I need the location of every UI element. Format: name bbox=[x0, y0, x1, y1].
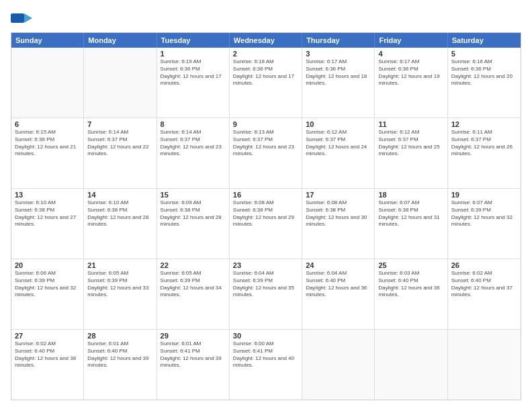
page: SundayMondayTuesdayWednesdayThursdayFrid… bbox=[0, 0, 532, 411]
svg-rect-0 bbox=[11, 13, 24, 23]
day-cell-13: 13Sunrise: 6:10 AM Sunset: 6:38 PM Dayli… bbox=[11, 189, 84, 259]
empty-cell bbox=[11, 48, 84, 118]
day-cell-9: 9Sunrise: 6:13 AM Sunset: 6:37 PM Daylig… bbox=[230, 118, 302, 188]
day-info: Sunrise: 6:08 AM Sunset: 6:38 PM Dayligh… bbox=[306, 199, 371, 228]
day-cell-18: 18Sunrise: 6:07 AM Sunset: 6:38 PM Dayli… bbox=[375, 189, 447, 259]
day-cell-21: 21Sunrise: 6:05 AM Sunset: 6:39 PM Dayli… bbox=[84, 259, 157, 329]
calendar-week-4: 20Sunrise: 6:06 AM Sunset: 6:39 PM Dayli… bbox=[11, 259, 521, 330]
day-number: 22 bbox=[161, 261, 226, 269]
day-cell-27: 27Sunrise: 6:02 AM Sunset: 6:40 PM Dayli… bbox=[11, 330, 84, 400]
day-number: 28 bbox=[87, 332, 152, 340]
day-cell-1: 1Sunrise: 6:19 AM Sunset: 6:36 PM Daylig… bbox=[157, 48, 230, 118]
day-info: Sunrise: 6:17 AM Sunset: 6:36 PM Dayligh… bbox=[306, 58, 371, 87]
day-header-wednesday: Wednesday bbox=[230, 33, 302, 48]
day-number: 17 bbox=[306, 191, 371, 199]
logo-icon bbox=[11, 11, 32, 26]
day-number: 23 bbox=[233, 261, 298, 269]
day-number: 6 bbox=[15, 120, 80, 128]
day-number: 13 bbox=[15, 191, 80, 199]
calendar-week-2: 6Sunrise: 6:15 AM Sunset: 6:36 PM Daylig… bbox=[11, 118, 521, 189]
calendar-header: SundayMondayTuesdayWednesdayThursdayFrid… bbox=[11, 33, 521, 48]
day-info: Sunrise: 6:14 AM Sunset: 6:37 PM Dayligh… bbox=[87, 129, 152, 158]
day-number: 29 bbox=[161, 332, 226, 340]
day-header-sunday: Sunday bbox=[11, 33, 84, 48]
day-number: 15 bbox=[161, 191, 226, 199]
day-info: Sunrise: 6:04 AM Sunset: 6:40 PM Dayligh… bbox=[306, 270, 371, 299]
day-cell-6: 6Sunrise: 6:15 AM Sunset: 6:36 PM Daylig… bbox=[11, 118, 84, 188]
day-info: Sunrise: 6:00 AM Sunset: 6:41 PM Dayligh… bbox=[233, 340, 298, 369]
day-info: Sunrise: 6:04 AM Sunset: 6:39 PM Dayligh… bbox=[233, 270, 298, 299]
day-header-monday: Monday bbox=[84, 33, 157, 48]
day-info: Sunrise: 6:02 AM Sunset: 6:40 PM Dayligh… bbox=[451, 270, 517, 299]
logo bbox=[11, 11, 34, 26]
day-cell-16: 16Sunrise: 6:08 AM Sunset: 6:38 PM Dayli… bbox=[230, 189, 302, 259]
day-cell-24: 24Sunrise: 6:04 AM Sunset: 6:40 PM Dayli… bbox=[302, 259, 375, 329]
calendar-body: 1Sunrise: 6:19 AM Sunset: 6:36 PM Daylig… bbox=[11, 48, 521, 400]
day-header-saturday: Saturday bbox=[448, 33, 521, 48]
empty-cell bbox=[302, 330, 375, 400]
day-info: Sunrise: 6:09 AM Sunset: 6:38 PM Dayligh… bbox=[161, 199, 226, 228]
header bbox=[11, 11, 521, 26]
svg-marker-1 bbox=[24, 13, 32, 23]
day-info: Sunrise: 6:12 AM Sunset: 6:37 PM Dayligh… bbox=[306, 129, 371, 158]
day-cell-2: 2Sunrise: 6:18 AM Sunset: 6:36 PM Daylig… bbox=[230, 48, 302, 118]
day-info: Sunrise: 6:06 AM Sunset: 6:39 PM Dayligh… bbox=[15, 270, 80, 299]
day-info: Sunrise: 6:07 AM Sunset: 6:39 PM Dayligh… bbox=[451, 199, 517, 228]
day-number: 2 bbox=[233, 50, 298, 58]
day-info: Sunrise: 6:16 AM Sunset: 6:36 PM Dayligh… bbox=[451, 58, 517, 87]
day-number: 5 bbox=[451, 50, 517, 58]
day-number: 16 bbox=[233, 191, 298, 199]
day-cell-23: 23Sunrise: 6:04 AM Sunset: 6:39 PM Dayli… bbox=[230, 259, 302, 329]
day-cell-10: 10Sunrise: 6:12 AM Sunset: 6:37 PM Dayli… bbox=[302, 118, 375, 188]
day-info: Sunrise: 6:19 AM Sunset: 6:36 PM Dayligh… bbox=[161, 58, 226, 87]
day-number: 12 bbox=[451, 120, 517, 128]
day-number: 19 bbox=[451, 191, 517, 199]
day-cell-3: 3Sunrise: 6:17 AM Sunset: 6:36 PM Daylig… bbox=[302, 48, 375, 118]
day-cell-30: 30Sunrise: 6:00 AM Sunset: 6:41 PM Dayli… bbox=[230, 330, 302, 400]
day-info: Sunrise: 6:05 AM Sunset: 6:39 PM Dayligh… bbox=[87, 270, 152, 299]
day-number: 3 bbox=[306, 50, 371, 58]
calendar-week-5: 27Sunrise: 6:02 AM Sunset: 6:40 PM Dayli… bbox=[11, 330, 521, 400]
day-number: 18 bbox=[378, 191, 443, 199]
day-cell-8: 8Sunrise: 6:14 AM Sunset: 6:37 PM Daylig… bbox=[157, 118, 230, 188]
day-info: Sunrise: 6:05 AM Sunset: 6:39 PM Dayligh… bbox=[161, 270, 226, 299]
calendar-week-1: 1Sunrise: 6:19 AM Sunset: 6:36 PM Daylig… bbox=[11, 48, 521, 118]
day-info: Sunrise: 6:01 AM Sunset: 6:41 PM Dayligh… bbox=[161, 340, 226, 369]
day-number: 14 bbox=[87, 191, 152, 199]
day-info: Sunrise: 6:18 AM Sunset: 6:36 PM Dayligh… bbox=[233, 58, 298, 87]
day-cell-17: 17Sunrise: 6:08 AM Sunset: 6:38 PM Dayli… bbox=[302, 189, 375, 259]
day-info: Sunrise: 6:10 AM Sunset: 6:38 PM Dayligh… bbox=[87, 199, 152, 228]
day-cell-11: 11Sunrise: 6:12 AM Sunset: 6:37 PM Dayli… bbox=[375, 118, 447, 188]
calendar: SundayMondayTuesdayWednesdayThursdayFrid… bbox=[11, 32, 521, 400]
day-cell-28: 28Sunrise: 6:01 AM Sunset: 6:40 PM Dayli… bbox=[84, 330, 157, 400]
day-info: Sunrise: 6:08 AM Sunset: 6:38 PM Dayligh… bbox=[233, 199, 298, 228]
day-number: 27 bbox=[15, 332, 80, 340]
day-number: 21 bbox=[87, 261, 152, 269]
day-info: Sunrise: 6:07 AM Sunset: 6:38 PM Dayligh… bbox=[378, 199, 443, 228]
day-info: Sunrise: 6:02 AM Sunset: 6:40 PM Dayligh… bbox=[15, 340, 80, 369]
day-cell-20: 20Sunrise: 6:06 AM Sunset: 6:39 PM Dayli… bbox=[11, 259, 84, 329]
day-cell-22: 22Sunrise: 6:05 AM Sunset: 6:39 PM Dayli… bbox=[157, 259, 230, 329]
empty-cell bbox=[375, 330, 447, 400]
day-number: 4 bbox=[378, 50, 443, 58]
day-cell-5: 5Sunrise: 6:16 AM Sunset: 6:36 PM Daylig… bbox=[448, 48, 521, 118]
day-number: 30 bbox=[233, 332, 298, 340]
day-number: 7 bbox=[87, 120, 152, 128]
day-number: 25 bbox=[378, 261, 443, 269]
day-number: 26 bbox=[451, 261, 517, 269]
day-header-friday: Friday bbox=[375, 33, 447, 48]
day-info: Sunrise: 6:01 AM Sunset: 6:40 PM Dayligh… bbox=[87, 340, 152, 369]
day-cell-29: 29Sunrise: 6:01 AM Sunset: 6:41 PM Dayli… bbox=[157, 330, 230, 400]
day-header-tuesday: Tuesday bbox=[157, 33, 230, 48]
day-cell-7: 7Sunrise: 6:14 AM Sunset: 6:37 PM Daylig… bbox=[84, 118, 157, 188]
day-info: Sunrise: 6:15 AM Sunset: 6:36 PM Dayligh… bbox=[15, 129, 80, 158]
day-number: 8 bbox=[161, 120, 226, 128]
day-cell-14: 14Sunrise: 6:10 AM Sunset: 6:38 PM Dayli… bbox=[84, 189, 157, 259]
empty-cell bbox=[84, 48, 157, 118]
day-number: 1 bbox=[161, 50, 226, 58]
day-number: 10 bbox=[306, 120, 371, 128]
day-cell-4: 4Sunrise: 6:17 AM Sunset: 6:36 PM Daylig… bbox=[375, 48, 447, 118]
day-header-thursday: Thursday bbox=[302, 33, 375, 48]
day-number: 20 bbox=[15, 261, 80, 269]
day-number: 24 bbox=[306, 261, 371, 269]
